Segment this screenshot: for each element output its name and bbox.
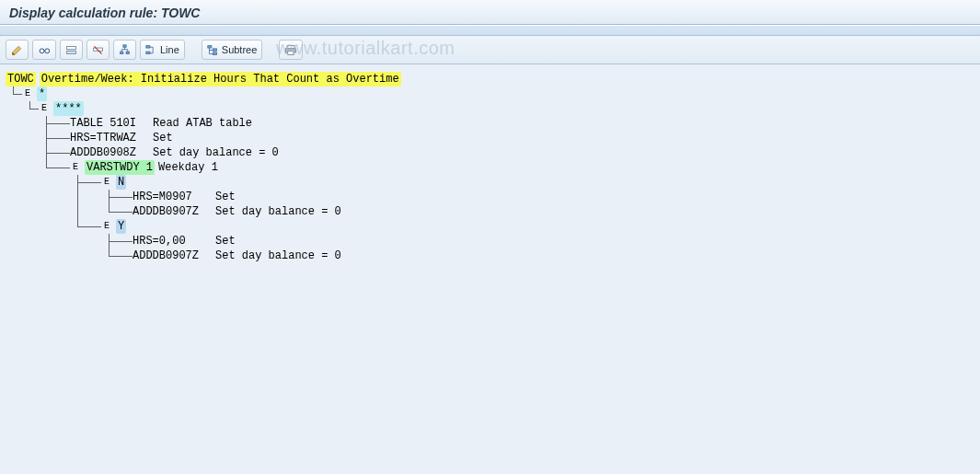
tree-branch-n-row[interactable]: E N [6, 175, 974, 190]
leaf-key: ADDDB0907Z [133, 204, 215, 219]
tree-level2-row[interactable]: E **** [6, 101, 974, 116]
tree-leaf-row[interactable]: HRS=TTRWAZ Set [6, 131, 974, 145]
tree-leaf-row[interactable]: ADDDB0908Z Set day balance = 0 [6, 145, 974, 160]
svg-rect-14 [287, 45, 294, 48]
expand-toggle[interactable]: E [39, 102, 52, 115]
svg-rect-7 [121, 52, 123, 53]
leaf-key: HRS=TTRWAZ [70, 131, 153, 145]
tree-level3-row[interactable]: E VARSTWDY 1 Weekday 1 [6, 160, 974, 175]
leaf-desc: Read ATAB table [153, 116, 252, 131]
leaf-key: ADDDB0908Z [70, 145, 153, 160]
tree-leaf-row[interactable]: TABLE 510I Read ATAB table [6, 116, 974, 131]
svg-rect-16 [288, 51, 294, 54]
print-button[interactable] [279, 40, 303, 60]
leaf-desc: Set day balance = 0 [215, 249, 341, 263]
line-button[interactable]: Line [140, 40, 185, 60]
edit-button[interactable] [6, 40, 29, 60]
svg-rect-9 [146, 45, 150, 47]
svg-point-1 [45, 48, 50, 52]
svg-rect-8 [126, 52, 129, 53]
expand-toggle[interactable]: E [70, 161, 83, 174]
svg-rect-10 [146, 52, 150, 53]
watermark-text: www.tutorialkart.com [276, 38, 455, 59]
tree-leaf-row[interactable]: HRS=0,00 Set [6, 234, 974, 249]
leaf-key: HRS=M0907 [133, 190, 215, 204]
tree-root-row[interactable]: TOWC Overtime/Week: Initialize Hours Tha… [6, 72, 974, 87]
lvl3-code: VARSTWDY 1 [85, 160, 155, 175]
page-title: Display calculation rule: TOWC [0, 0, 980, 25]
glasses-icon [38, 44, 51, 56]
delete-row-icon [92, 44, 104, 56]
tree-leaf-row[interactable]: HRS=M0907 Set [6, 190, 974, 204]
structure-icon [145, 44, 157, 56]
pencil-icon [11, 44, 23, 56]
leaf-desc: Set day balance = 0 [153, 145, 279, 160]
subtree-button-label: Subtree [222, 44, 258, 55]
svg-rect-11 [208, 45, 212, 47]
leaf-desc: Set [215, 234, 236, 249]
subtree-button[interactable]: Subtree [202, 40, 263, 60]
root-desc: Overtime/Week: Initialize Hours That Cou… [40, 72, 401, 87]
subtree-icon [207, 44, 219, 56]
leaf-key: HRS=0,00 [133, 234, 215, 249]
svg-rect-13 [213, 52, 216, 53]
leaf-desc: Set day balance = 0 [215, 204, 341, 219]
hierarchy-button[interactable] [113, 40, 136, 60]
toolbar: Line Subtree www.tutorialkart.com [0, 36, 980, 64]
rule-tree: TOWC Overtime/Week: Initialize Hours Tha… [0, 64, 980, 271]
svg-rect-3 [67, 51, 76, 53]
line-button-label: Line [160, 44, 179, 55]
leaf-key: TABLE 510I [70, 116, 153, 131]
lvl2-code: **** [53, 101, 84, 116]
glasses-button[interactable] [32, 40, 56, 60]
svg-rect-6 [123, 44, 126, 46]
root-code: TOWC [6, 72, 36, 87]
separator-band [0, 25, 980, 36]
printer-icon [284, 44, 297, 56]
svg-rect-12 [213, 48, 216, 50]
hierarchy-icon [119, 44, 131, 56]
insert-button[interactable] [60, 40, 83, 60]
branch-y-code: Y [116, 219, 126, 234]
leaf-desc: Set [153, 131, 173, 145]
insert-row-icon [65, 44, 77, 56]
tree-leaf-row[interactable]: ADDDB0907Z Set day balance = 0 [6, 249, 974, 263]
svg-rect-2 [67, 46, 76, 49]
lvl3-desc: Weekday 1 [158, 160, 218, 175]
leaf-desc: Set [215, 190, 236, 204]
tree-branch-y-row[interactable]: E Y [6, 219, 974, 234]
svg-point-0 [40, 48, 44, 52]
delete-button[interactable] [86, 40, 110, 60]
expand-toggle[interactable]: E [101, 176, 114, 189]
tree-leaf-row[interactable]: ADDDB0907Z Set day balance = 0 [6, 204, 974, 219]
lvl1-code: * [37, 87, 47, 101]
branch-n-code: N [116, 175, 126, 190]
leaf-key: ADDDB0907Z [133, 249, 215, 263]
tree-level1-row[interactable]: E * [6, 87, 974, 101]
expand-toggle[interactable]: E [101, 220, 114, 233]
expand-toggle[interactable]: E [22, 87, 35, 100]
